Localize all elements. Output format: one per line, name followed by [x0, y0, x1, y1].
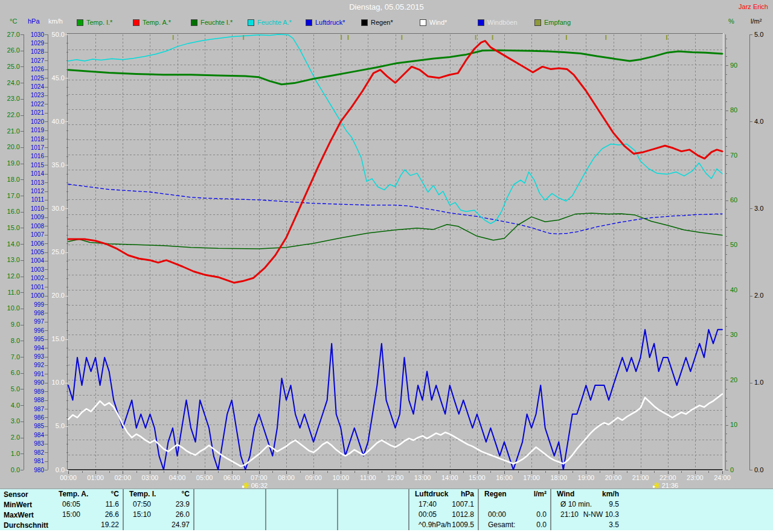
svg-text:40: 40 — [730, 286, 737, 293]
stats-cell-left: 17:40 — [419, 499, 437, 510]
legend-item-label: Feuchte I.* — [200, 19, 233, 26]
svg-text:50.0: 50.0 — [52, 31, 65, 38]
svg-text:995: 995 — [34, 336, 44, 342]
weather-app-window: Dienstag, 05.05.2015 Jarz Erich 0.01.02.… — [0, 0, 773, 532]
svg-text:90: 90 — [730, 62, 737, 69]
svg-text:10: 10 — [730, 421, 737, 428]
stats-cell-right: 0.0 — [536, 520, 547, 530]
svg-text:984: 984 — [34, 432, 44, 438]
stats-cell-header: Windkm/h — [551, 489, 623, 499]
svg-text:20.0: 20.0 — [52, 292, 65, 299]
svg-text:991: 991 — [34, 371, 44, 377]
svg-text:1021: 1021 — [31, 109, 45, 116]
stats-cell: 24.97 — [124, 520, 193, 530]
svg-text:35.0: 35.0 — [52, 161, 65, 168]
svg-text:20.0: 20.0 — [7, 143, 20, 150]
stats-cell-right: 1007.1 — [452, 499, 474, 510]
stats-cell-right: km/h — [602, 489, 619, 499]
svg-text:3.0: 3.0 — [754, 205, 763, 212]
svg-text:01:00: 01:00 — [87, 474, 104, 481]
svg-text:07:00: 07:00 — [251, 474, 268, 481]
stats-cell-left: 15:00 — [62, 510, 80, 520]
svg-text:1003: 1003 — [31, 266, 45, 273]
svg-text:1006: 1006 — [31, 240, 45, 247]
legend-color-swatch — [191, 19, 197, 26]
svg-text:14.0: 14.0 — [7, 240, 20, 248]
stats-cell-right: N-NW 10.3 — [583, 510, 619, 520]
svg-text:2.0: 2.0 — [11, 434, 20, 441]
stats-cell — [266, 520, 337, 530]
svg-text:1016: 1016 — [31, 153, 45, 159]
legend-color-swatch — [248, 19, 254, 26]
svg-text:10.0: 10.0 — [7, 304, 20, 312]
stats-cell-right: 24.97 — [172, 520, 190, 530]
legend-color-swatch — [420, 19, 426, 26]
svg-text:17:00: 17:00 — [523, 474, 540, 481]
svg-text:998: 998 — [34, 310, 44, 316]
svg-text:5.0: 5.0 — [11, 385, 20, 393]
weather-chart: 0.01.02.03.04.05.06.07.08.09.010.011.012… — [0, 0, 773, 490]
svg-text:18:00: 18:00 — [550, 474, 567, 481]
stats-cell-left: Temp. A. — [59, 489, 88, 499]
stats-cell: 19.22 — [53, 520, 123, 530]
svg-text:1022: 1022 — [31, 101, 45, 107]
svg-text:4.0: 4.0 — [754, 118, 763, 125]
svg-text:988: 988 — [34, 397, 44, 403]
stats-col-empty-2 — [194, 489, 266, 531]
legend-item-label: Luftdruck* — [315, 19, 345, 26]
svg-text:11:00: 11:00 — [360, 474, 376, 481]
stats-cell — [338, 520, 408, 530]
stats-cell — [338, 499, 408, 510]
legend-item-label: Windböen — [487, 19, 518, 26]
stats-row-label: Durchschnitt — [0, 521, 53, 531]
svg-text:1027: 1027 — [31, 57, 45, 64]
stats-cell-left: 15:10 — [133, 510, 151, 520]
x-axis: 00:0001:0002:0003:0004:0005:0006:0007:00… — [60, 471, 731, 481]
stats-cell-header: Regenl/m² — [479, 489, 550, 499]
stats-cell-right: °C — [111, 489, 119, 499]
svg-text:13:00: 13:00 — [414, 474, 431, 481]
svg-text:40.0: 40.0 — [52, 118, 65, 125]
svg-text:996: 996 — [34, 327, 44, 334]
svg-text:1005: 1005 — [31, 249, 45, 255]
stats-cell-header — [266, 489, 337, 499]
stats-cell-left: Wind — [557, 489, 574, 499]
svg-text:1001: 1001 — [31, 284, 45, 290]
stats-cell-right: l/m² — [534, 489, 547, 499]
svg-text:12:00: 12:00 — [387, 474, 404, 481]
stats-cell-right: hPa — [461, 489, 474, 499]
svg-text:24:00: 24:00 — [714, 474, 731, 481]
svg-text:1025: 1025 — [31, 75, 45, 82]
stats-cell-right: 26.0 — [176, 510, 190, 520]
svg-text:27.0: 27.0 — [7, 31, 20, 38]
svg-text:987: 987 — [34, 406, 44, 412]
svg-text:981: 981 — [34, 458, 44, 464]
stats-table: SensorMinWertMaxWertDurchschnitt Temp. A… — [0, 489, 773, 530]
svg-text:11.0: 11.0 — [7, 289, 20, 296]
stats-col-luftdruck: LuftdruckhPa17:401007.100:051012.8^0.9hP… — [409, 489, 479, 531]
chart-legend: Temp. I.*Temp. A.*Feuchte I.*Feuchte A.*… — [0, 0, 773, 29]
stats-col-empty-3 — [266, 489, 338, 531]
svg-text:0: 0 — [730, 466, 734, 473]
svg-text:990: 990 — [34, 379, 44, 386]
svg-text:993: 993 — [34, 353, 44, 360]
svg-text:20:00: 20:00 — [605, 474, 622, 481]
svg-text:1024: 1024 — [31, 83, 45, 90]
svg-text:994: 994 — [34, 345, 44, 351]
stats-cell-left: 21:10 — [560, 510, 579, 520]
svg-text:22.0: 22.0 — [7, 111, 20, 118]
svg-text:26.0: 26.0 — [7, 46, 20, 54]
svg-text:08:00: 08:00 — [278, 474, 295, 481]
svg-text:1028: 1028 — [31, 48, 45, 55]
stats-cell: 07:5023.9 — [124, 499, 193, 510]
stats-row-label: MaxWert — [0, 510, 53, 521]
svg-text:18.0: 18.0 — [7, 176, 20, 183]
stats-row-label: MinWert — [0, 500, 53, 510]
svg-text:5.0: 5.0 — [56, 422, 65, 429]
stats-cell-left: ^0.9hPa/h — [419, 520, 451, 530]
svg-text:19.0: 19.0 — [7, 159, 20, 167]
svg-text:1020: 1020 — [31, 118, 45, 125]
stats-col-empty-4 — [338, 489, 409, 531]
legend-item-label: Temp. A.* — [143, 19, 171, 26]
svg-text:985: 985 — [34, 423, 44, 429]
